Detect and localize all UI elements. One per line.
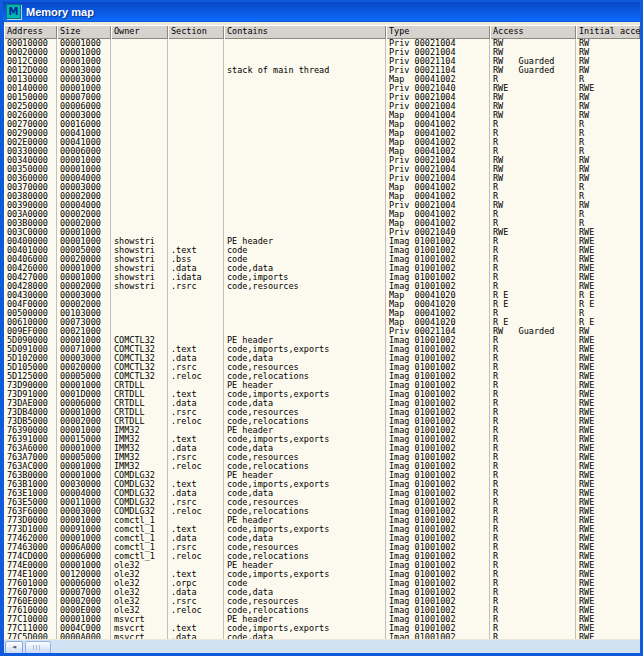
column-header-section[interactable]: Section bbox=[168, 25, 224, 39]
table-row[interactable]: 0014000000001000Priv 00021040RWERWE bbox=[4, 84, 640, 93]
table-row[interactable]: 002E000000041000Map 00041002RR bbox=[4, 138, 640, 147]
table-row[interactable]: 0039000000004000Priv 00021004RWRW bbox=[4, 201, 640, 210]
table-row[interactable]: 0013000000003000Map 00041002RR bbox=[4, 75, 640, 84]
table-row[interactable]: 0012D00000003000stack of main threadPriv… bbox=[4, 66, 640, 75]
table-row[interactable]: 773D000000001000comctl_1PE headerImag 01… bbox=[4, 516, 640, 525]
column-header-contains[interactable]: Contains bbox=[224, 25, 386, 39]
table-row[interactable]: 0033000000006000Map 00041002RR bbox=[4, 147, 640, 156]
cell-size: 00011000 bbox=[57, 498, 111, 507]
table-row[interactable]: 763AC00000001000IMM32.reloccode,relocati… bbox=[4, 462, 640, 471]
table-row[interactable]: 774E100000120000ole32.textcode,imports,e… bbox=[4, 570, 640, 579]
table-row[interactable]: 5D09100000071000COMCTL32.textcode,import… bbox=[4, 345, 640, 354]
table-row[interactable]: 003B000000002000Map 00041002RR bbox=[4, 219, 640, 228]
table-row[interactable]: 763A700000005000IMM32.rsrccode,resources… bbox=[4, 453, 640, 462]
table-row[interactable]: 763B100000030000COMDLG32.textcode,import… bbox=[4, 480, 640, 489]
table-row[interactable]: 5D12500000005000COMCTL32.reloccode,reloc… bbox=[4, 372, 640, 381]
cell-access: R bbox=[490, 408, 576, 417]
table-row[interactable]: 7639100000015000IMM32.textcode,imports,e… bbox=[4, 435, 640, 444]
table-row[interactable]: 0050000000103000Map 00041002RR bbox=[4, 309, 640, 318]
cell-type: Priv 00021004 bbox=[386, 156, 490, 165]
table-row[interactable]: 5D10500000020000COMCTL32.rsrccode,resour… bbox=[4, 363, 640, 372]
table-row[interactable]: 0042600000001000showstri.datacode,dataIm… bbox=[4, 264, 640, 273]
table-row[interactable]: 7760100000006000ole32.orpccodeImag 01001… bbox=[4, 579, 640, 588]
table-row[interactable]: 0042700000001000showstri.idatacode,impor… bbox=[4, 273, 640, 282]
table-row[interactable]: 0035000000001000Priv 00021004RWRW bbox=[4, 165, 640, 174]
cell-owner: showstri bbox=[111, 255, 168, 264]
table-row[interactable]: 763E500000011000COMDLG32.rsrccode,resour… bbox=[4, 498, 640, 507]
table-row[interactable]: 0037000000003000Map 00041002RR bbox=[4, 183, 640, 192]
cell-address: 763E5000 bbox=[4, 498, 57, 507]
table-row[interactable]: 7760700000007000ole32.datacode,dataImag … bbox=[4, 588, 640, 597]
cell-type: Imag 01001002 bbox=[386, 498, 490, 507]
table-row[interactable]: 004F000000002000Map 00041020R ER E bbox=[4, 300, 640, 309]
table-row[interactable]: 774E000000001000ole32PE headerImag 01001… bbox=[4, 561, 640, 570]
column-header-type[interactable]: Type bbox=[386, 25, 490, 39]
table-row[interactable]: 0036000000004000Priv 00021004RWRW bbox=[4, 174, 640, 183]
column-header-initial-access[interactable]: Initial access bbox=[576, 25, 640, 39]
table-row[interactable]: 0029000000041000Map 00041002RR bbox=[4, 129, 640, 138]
table-row[interactable]: 763E100000004000COMDLG32.datacode,dataIm… bbox=[4, 489, 640, 498]
column-header-address[interactable]: Address bbox=[4, 25, 57, 39]
table-row[interactable]: 763F600000003000COMDLG32.reloccode,reloc… bbox=[4, 507, 640, 516]
cell-initial-access: RWE bbox=[576, 426, 640, 435]
table-row[interactable]: 774630000006A000comctl_1.rsrccode,resour… bbox=[4, 543, 640, 552]
table-row[interactable]: 5D09000000001000COMCTL32PE headerImag 01… bbox=[4, 336, 640, 345]
table-row[interactable]: 009EF00000021000Priv 00021104RW GuardedR… bbox=[4, 327, 640, 336]
table-row[interactable]: 0043000000003000Map 00041020R ER E bbox=[4, 291, 640, 300]
column-header-access[interactable]: Access bbox=[490, 25, 576, 39]
table-row[interactable]: 0038000000002000Map 00041002RR bbox=[4, 192, 640, 201]
cell-owner bbox=[111, 300, 168, 309]
table-row[interactable]: 77C1000000001000msvcrtPE headerImag 0100… bbox=[4, 615, 640, 624]
cell-section bbox=[168, 309, 224, 318]
table-row[interactable]: 0015000000007000Priv 00021004RWRW bbox=[4, 93, 640, 102]
column-header-owner[interactable]: Owner bbox=[111, 25, 168, 39]
table-row[interactable]: 003C000000001000Priv 00021040RWERWE bbox=[4, 228, 640, 237]
table-row[interactable]: 77C110000004C000msvcrt.textcode,imports,… bbox=[4, 624, 640, 633]
cell-section bbox=[168, 471, 224, 480]
scrollbar-thumb[interactable] bbox=[25, 641, 51, 653]
table-row[interactable]: 0025000000006000Priv 00021004RWRW bbox=[4, 102, 640, 111]
cell-type: Map 00041002 bbox=[386, 309, 490, 318]
table-row[interactable]: 776100000000E000ole32.reloccode,relocati… bbox=[4, 606, 640, 615]
cell-contains: code bbox=[224, 255, 386, 264]
table-row[interactable]: 73DB500000002000CRTDLL.reloccode,relocat… bbox=[4, 417, 640, 426]
table-row[interactable]: 0040000000001000showstriPE headerImag 01… bbox=[4, 237, 640, 246]
table-row[interactable]: 73D910000001D000CRTDLL.textcode,imports,… bbox=[4, 390, 640, 399]
cell-address: 77463000 bbox=[4, 543, 57, 552]
table-row[interactable]: 763A600000001000IMM32.datacode,dataImag … bbox=[4, 444, 640, 453]
table-row[interactable]: 73DB400000001000CRTDLL.rsrccode,resource… bbox=[4, 408, 640, 417]
table-row[interactable]: 0034000000001000Priv 00021004RWRW bbox=[4, 156, 640, 165]
table-row[interactable]: 0026000000003000Map 00041004RWRW bbox=[4, 111, 640, 120]
cell-type: Map 00041002 bbox=[386, 75, 490, 84]
cell-address: 00360000 bbox=[4, 174, 57, 183]
cell-access: R bbox=[490, 363, 576, 372]
table-row[interactable]: 7760E00000002000ole32.rsrccode,resources… bbox=[4, 597, 640, 606]
table-row[interactable]: 73D9000000001000CRTDLLPE headerImag 0100… bbox=[4, 381, 640, 390]
table-row[interactable]: 0012C00000001000Priv 00021104RW GuardedR… bbox=[4, 57, 640, 66]
table-row[interactable]: 7639000000001000IMM32PE headerImag 01001… bbox=[4, 426, 640, 435]
table-row[interactable]: 0001000000001000Priv 00021004RWRW bbox=[4, 39, 640, 48]
table-row[interactable]: 774CD00000006000comctl_1.reloccode,reloc… bbox=[4, 552, 640, 561]
scroll-left-button[interactable]: ◄ bbox=[5, 641, 23, 653]
column-header-size[interactable]: Size bbox=[57, 25, 111, 39]
table-row[interactable]: 0002000000001000Priv 00021004RWRW bbox=[4, 48, 640, 57]
table-row[interactable]: 0061000000073000Map 00041020R ER E bbox=[4, 318, 640, 327]
table-row[interactable]: 0040600000020000showstri.bsscodeImag 010… bbox=[4, 255, 640, 264]
title-bar[interactable]: M Memory map bbox=[3, 2, 640, 21]
cell-section: .rsrc bbox=[168, 597, 224, 606]
cell-address: 004F0000 bbox=[4, 300, 57, 309]
table-row[interactable]: 763B000000001000COMDLG32PE headerImag 01… bbox=[4, 471, 640, 480]
table-row[interactable]: 73DAE00000006000CRTDLL.datacode,dataImag… bbox=[4, 399, 640, 408]
table-row[interactable]: 003A000000002000Map 00041002RR bbox=[4, 210, 640, 219]
horizontal-scrollbar[interactable]: ◄ bbox=[4, 639, 640, 653]
table-row[interactable]: 0040100000005000showstri.textcodeImag 01… bbox=[4, 246, 640, 255]
table-row[interactable]: 0042800000002000showstri.rsrccode,resour… bbox=[4, 282, 640, 291]
table-row[interactable]: 5D10200000003000COMCTL32.datacode,dataIm… bbox=[4, 354, 640, 363]
table-row[interactable]: 773D100000091000comctl_1.textcode,import… bbox=[4, 525, 640, 534]
cell-size: 00004000 bbox=[57, 489, 111, 498]
cell-initial-access: RWE bbox=[576, 273, 640, 282]
cell-contains: PE header bbox=[224, 615, 386, 624]
table-row[interactable]: 7746200000001000comctl_1.datacode,dataIm… bbox=[4, 534, 640, 543]
cell-type: Priv 00021104 bbox=[386, 66, 490, 75]
table-row[interactable]: 0027000000016000Map 00041002RR bbox=[4, 120, 640, 129]
